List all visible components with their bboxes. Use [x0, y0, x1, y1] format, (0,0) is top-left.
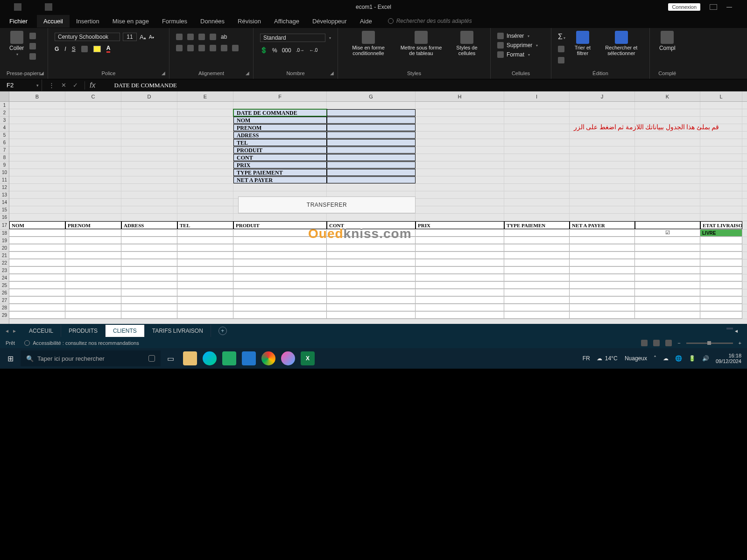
- find-select-button[interactable]: Rechercher et sélectionner: [600, 30, 643, 57]
- view-normal-icon[interactable]: [641, 340, 648, 346]
- sheet-tab-produits[interactable]: PRODUITS: [61, 325, 106, 337]
- excel-icon[interactable]: X: [301, 351, 315, 365]
- insert-cells-button[interactable]: Insérer▾: [497, 33, 529, 39]
- ribbon-display-icon[interactable]: [710, 4, 717, 10]
- weather-widget[interactable]: ☁14°C Nuageux: [597, 355, 647, 362]
- battery-icon[interactable]: 🔋: [689, 355, 696, 362]
- cell-styles-button[interactable]: Styles de cellules: [450, 30, 484, 57]
- border-icon[interactable]: [81, 46, 88, 52]
- tab-insert[interactable]: Insertion: [70, 15, 106, 28]
- qat-icon[interactable]: [45, 3, 52, 11]
- align-center-icon[interactable]: [187, 45, 194, 51]
- copilot-icon[interactable]: [281, 351, 295, 365]
- tab-review[interactable]: Révision: [231, 15, 268, 28]
- format-cells-button[interactable]: Format▾: [497, 51, 530, 58]
- decrease-font-icon[interactable]: A▾: [149, 34, 154, 40]
- tab-layout[interactable]: Mise en page: [106, 15, 155, 28]
- align-middle-icon[interactable]: [187, 34, 194, 40]
- align-right-icon[interactable]: [198, 45, 205, 51]
- cancel-icon[interactable]: ✕: [61, 82, 66, 89]
- store-icon[interactable]: [222, 351, 236, 365]
- mail-icon[interactable]: [242, 351, 256, 365]
- enter-icon[interactable]: ✓: [73, 82, 78, 89]
- format-as-table-button[interactable]: Mettre sous forme de tableau: [395, 30, 447, 57]
- increase-indent-icon[interactable]: [221, 45, 227, 51]
- comma-icon[interactable]: 000: [282, 47, 291, 54]
- minimize-icon[interactable]: —: [726, 4, 733, 10]
- dialog-launcher-icon[interactable]: ◢: [330, 70, 334, 76]
- autosum-icon[interactable]: Σ▾: [558, 33, 565, 41]
- fill-color-icon[interactable]: [93, 46, 101, 52]
- tray-chevron-icon[interactable]: ˄: [654, 355, 656, 362]
- percent-icon[interactable]: %: [272, 47, 277, 54]
- transfer-button[interactable]: TRANSFERER: [238, 196, 416, 213]
- cut-icon[interactable]: [29, 33, 36, 39]
- currency-icon[interactable]: 💲: [260, 47, 268, 54]
- clear-icon[interactable]: [558, 57, 564, 63]
- font-size-combo[interactable]: 11: [123, 33, 137, 41]
- paste-button[interactable]: Coller▾: [7, 30, 27, 57]
- align-bottom-icon[interactable]: [198, 34, 205, 40]
- font-name-combo[interactable]: Century Schoolbook: [55, 33, 120, 41]
- mic-icon[interactable]: [148, 355, 155, 362]
- onedrive-icon[interactable]: ☁: [663, 355, 669, 362]
- signin-button[interactable]: Connexion: [668, 3, 700, 11]
- orientation-icon[interactable]: [210, 34, 216, 40]
- accessibility-hint[interactable]: Accessibilité : consultez nos recommanda…: [24, 340, 139, 346]
- fx-icon[interactable]: fx: [85, 81, 100, 90]
- delete-cells-button[interactable]: Supprimer▾: [497, 42, 538, 49]
- taskbar-search[interactable]: 🔍 Taper ici pour rechercher: [21, 350, 161, 366]
- sheet-tab-clients[interactable]: CLIENTS: [106, 325, 145, 337]
- form-label-date[interactable]: DATE DE COMMANDE: [233, 109, 327, 116]
- zoom-in-icon[interactable]: +: [739, 340, 741, 346]
- language-indicator[interactable]: FR: [583, 355, 590, 362]
- tab-home[interactable]: Accueil: [37, 15, 70, 28]
- font-color-icon[interactable]: A: [106, 45, 111, 53]
- tab-view[interactable]: Affichage: [268, 15, 306, 28]
- sheet-nav-prev-icon[interactable]: ◂: [6, 328, 8, 334]
- tab-data[interactable]: Données: [194, 15, 231, 28]
- formula-input[interactable]: DATE DE COMMANDE: [100, 82, 176, 89]
- tab-file[interactable]: Fichier: [0, 15, 37, 28]
- number-format-combo[interactable]: Standard: [260, 34, 325, 42]
- form-value-date[interactable]: [327, 109, 416, 116]
- zoom-slider[interactable]: [686, 343, 733, 344]
- tab-formulas[interactable]: Formules: [155, 15, 194, 28]
- sort-filter-button[interactable]: Trier et filtrer: [568, 30, 597, 57]
- decrease-decimal-icon[interactable]: ←.0: [309, 48, 317, 53]
- volume-icon[interactable]: 🔊: [702, 355, 709, 362]
- tab-developer[interactable]: Développeur: [306, 15, 353, 28]
- tab-help[interactable]: Aide: [353, 15, 379, 28]
- increase-decimal-icon[interactable]: .0→: [296, 48, 304, 53]
- decrease-indent-icon[interactable]: [210, 45, 216, 51]
- italic-button[interactable]: I: [64, 46, 66, 52]
- checkbox-cell[interactable]: ☑: [635, 230, 700, 237]
- dialog-launcher-icon[interactable]: ◢: [246, 70, 249, 76]
- sheet-tab-acceuil[interactable]: ACCEUIL: [21, 325, 61, 337]
- tell-me-search[interactable]: Rechercher des outils adaptés: [388, 18, 472, 24]
- chevron-left-icon[interactable]: ◂: [735, 328, 738, 334]
- view-page-break-icon[interactable]: [665, 340, 672, 346]
- align-left-icon[interactable]: [176, 45, 183, 51]
- fill-icon[interactable]: [558, 46, 564, 52]
- underline-button[interactable]: S: [72, 46, 76, 52]
- worksheet[interactable]: 12345678910111213141516 17 1819202122232…: [0, 91, 747, 324]
- dialog-launcher-icon[interactable]: ◢: [162, 70, 165, 76]
- wrap-text-icon[interactable]: ab: [221, 34, 227, 40]
- sheet-nav-next-icon[interactable]: ▸: [13, 328, 16, 334]
- increase-font-icon[interactable]: A▴: [140, 34, 146, 41]
- table-row[interactable]: ☑LIVRE: [9, 230, 747, 237]
- start-button[interactable]: ⊞: [0, 354, 21, 363]
- clock[interactable]: 16:1809/12/2024: [716, 353, 741, 364]
- bold-button[interactable]: G: [55, 46, 59, 52]
- conditional-formatting-button[interactable]: Mise en forme conditionnelle: [345, 30, 392, 57]
- row-headers[interactable]: 12345678910111213141516 17 1819202122232…: [0, 91, 9, 324]
- column-headers[interactable]: BCDEFGHIJKL: [9, 91, 747, 102]
- view-page-layout-icon[interactable]: [653, 340, 660, 346]
- zoom-out-icon[interactable]: −: [677, 340, 680, 346]
- explorer-icon[interactable]: [183, 351, 197, 365]
- dialog-launcher-icon[interactable]: ◢: [40, 70, 44, 76]
- select-all-corner[interactable]: [0, 91, 9, 102]
- options-icon[interactable]: ⋮: [49, 82, 55, 89]
- save-icon[interactable]: [14, 3, 21, 11]
